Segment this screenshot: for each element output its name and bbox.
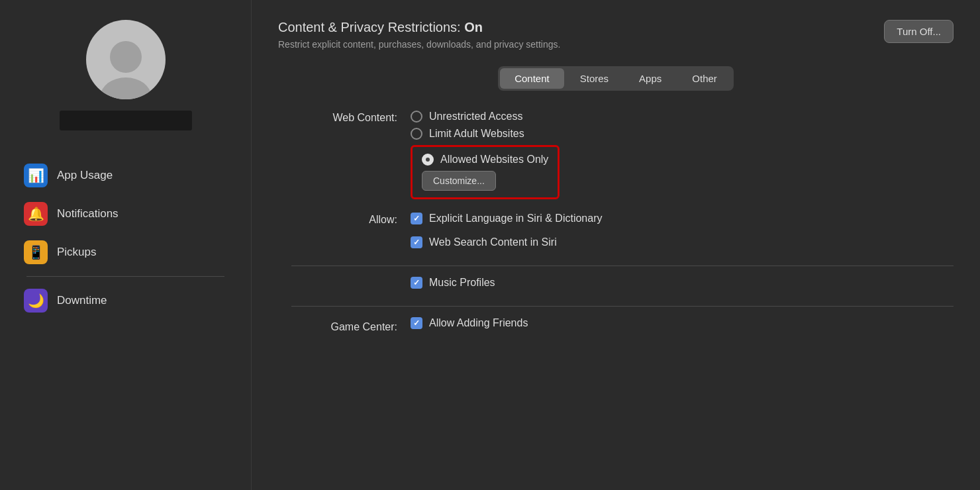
sidebar-divider <box>26 276 224 277</box>
checkbox-web-search-label: Web Search Content in Siri <box>429 236 557 248</box>
radio-limit-adult-label: Limit Adult Websites <box>429 128 524 140</box>
user-name-bar <box>60 111 192 130</box>
game-center-row: Game Center: Allow Adding Friends <box>291 317 954 336</box>
checkbox-allow-adding-friends[interactable]: Allow Adding Friends <box>411 317 528 329</box>
radio-allowed-only-label: Allowed Websites Only <box>440 154 548 166</box>
sidebar-item-app-usage[interactable]: 📊 App Usage <box>13 157 238 194</box>
svg-point-0 <box>110 41 142 73</box>
title-status: On <box>464 20 483 34</box>
checkbox-music-profiles-indicator <box>411 277 422 289</box>
sidebar-label-app-usage: App Usage <box>57 169 113 182</box>
sidebar-label-downtime: Downtime <box>57 294 107 307</box>
sidebar: 📊 App Usage 🔔 Notifications 📱 Pickups 🌙 … <box>0 0 252 490</box>
checkbox-music-profiles-label: Music Profiles <box>429 277 495 289</box>
tab-bar: Content Stores Apps Other <box>498 66 734 91</box>
radio-allowed-only[interactable]: Allowed Websites Only <box>422 154 548 166</box>
page-subtitle: Restrict explicit content, purchases, do… <box>278 39 560 50</box>
content-section: Web Content: Unrestricted Access Limit A… <box>278 111 954 336</box>
web-content-row: Web Content: Unrestricted Access Limit A… <box>291 111 954 199</box>
checkbox-explicit-language[interactable]: Explicit Language in Siri & Dictionary <box>411 213 602 224</box>
checkbox-web-search[interactable]: Web Search Content in Siri <box>411 236 602 248</box>
radio-unrestricted-indicator <box>411 111 422 122</box>
music-profiles-row: Music Profiles <box>291 277 954 295</box>
checkbox-music-profiles[interactable]: Music Profiles <box>411 277 495 289</box>
turn-off-button[interactable]: Turn Off... <box>884 20 954 43</box>
avatar-container <box>60 20 192 130</box>
allow-label: Allow: <box>291 213 397 226</box>
checkbox-web-search-indicator <box>411 236 422 248</box>
header-section: Content & Privacy Restrictions: On Restr… <box>278 20 954 50</box>
notifications-icon: 🔔 <box>24 202 48 226</box>
sidebar-label-notifications: Notifications <box>57 207 119 220</box>
pickups-icon: 📱 <box>24 240 48 264</box>
radio-allowed-only-indicator <box>422 154 434 166</box>
downtime-icon: 🌙 <box>24 289 48 313</box>
checkbox-allow-adding-friends-label: Allow Adding Friends <box>429 317 528 329</box>
title-prefix: Content & Privacy Restrictions: <box>278 20 464 34</box>
section-divider-1 <box>291 266 954 266</box>
header-text: Content & Privacy Restrictions: On Restr… <box>278 20 560 50</box>
web-content-label: Web Content: <box>291 111 397 124</box>
radio-limit-adult[interactable]: Limit Adult Websites <box>411 128 560 140</box>
tab-other[interactable]: Other <box>677 68 732 89</box>
game-center-label: Game Center: <box>291 320 397 333</box>
customize-button[interactable]: Customize... <box>422 171 496 191</box>
checkbox-explicit-language-label: Explicit Language in Siri & Dictionary <box>429 213 602 224</box>
avatar <box>86 20 166 99</box>
allow-section: Allow: Explicit Language in Siri & Dicti… <box>291 213 954 255</box>
main-content: Content & Privacy Restrictions: On Restr… <box>252 0 980 490</box>
radio-unrestricted[interactable]: Unrestricted Access <box>411 111 560 122</box>
web-content-options: Unrestricted Access Limit Adult Websites… <box>411 111 560 199</box>
tab-stores[interactable]: Stores <box>565 68 623 89</box>
radio-unrestricted-label: Unrestricted Access <box>429 111 522 122</box>
sidebar-item-notifications[interactable]: 🔔 Notifications <box>13 195 238 232</box>
sidebar-item-downtime[interactable]: 🌙 Downtime <box>13 282 238 319</box>
tab-content[interactable]: Content <box>500 68 564 89</box>
highlight-box: Allowed Websites Only Customize... <box>411 145 560 199</box>
allow-options: Explicit Language in Siri & Dictionary W… <box>411 213 602 255</box>
checkbox-explicit-language-indicator <box>411 213 422 224</box>
sidebar-item-pickups[interactable]: 📱 Pickups <box>13 234 238 271</box>
section-divider-2 <box>291 306 954 307</box>
sidebar-nav: 📊 App Usage 🔔 Notifications 📱 Pickups 🌙 … <box>0 144 251 320</box>
sidebar-label-pickups: Pickups <box>57 246 97 259</box>
checkbox-allow-adding-friends-indicator <box>411 317 422 329</box>
app-usage-icon: 📊 <box>24 164 48 187</box>
tab-apps[interactable]: Apps <box>624 68 676 89</box>
svg-point-1 <box>101 77 151 99</box>
radio-limit-adult-indicator <box>411 128 422 140</box>
page-title: Content & Privacy Restrictions: On <box>278 20 560 35</box>
music-profiles-spacer <box>291 277 397 278</box>
